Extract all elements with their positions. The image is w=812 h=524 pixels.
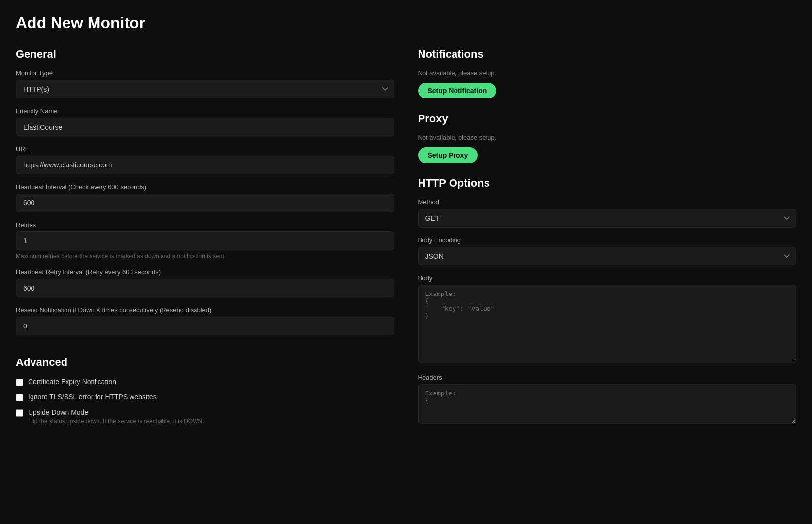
body-group: Body <box>418 274 797 365</box>
retries-hint: Maximum retries before the service is ma… <box>16 253 394 260</box>
heartbeat-interval-label: Heartbeat Interval (Check every 600 seco… <box>16 183 394 191</box>
heartbeat-retry-label: Heartbeat Retry Interval (Retry every 60… <box>16 268 394 276</box>
resend-notification-input[interactable] <box>16 317 394 335</box>
general-section: General Monitor Type HTTP(s) TCP Port Pi… <box>16 48 394 344</box>
friendly-name-input[interactable] <box>16 118 394 136</box>
heartbeat-interval-group: Heartbeat Interval (Check every 600 seco… <box>16 183 394 212</box>
retries-group: Retries Maximum retries before the servi… <box>16 221 394 260</box>
body-encoding-select[interactable]: JSON XML Form Data Text <box>418 247 797 265</box>
proxy-section: Proxy Not available, please setup. Setup… <box>418 112 797 163</box>
advanced-section-title: Advanced <box>16 356 394 369</box>
retries-label: Retries <box>16 221 394 229</box>
setup-notification-button[interactable]: Setup Notification <box>418 83 497 98</box>
body-encoding-group: Body Encoding JSON XML Form Data Text <box>418 236 797 265</box>
body-encoding-label: Body Encoding <box>418 236 797 244</box>
body-textarea[interactable] <box>418 285 797 363</box>
page-title: Add New Monitor <box>16 14 796 32</box>
certificate-expiry-checkbox[interactable] <box>16 379 23 386</box>
notifications-status: Not available, please setup. <box>418 69 797 77</box>
http-options-section: HTTP Options Method GET POST PUT PATCH D… <box>418 177 797 434</box>
method-select[interactable]: GET POST PUT PATCH DELETE HEAD OPTIONS <box>418 209 797 228</box>
general-section-title: General <box>16 48 394 61</box>
advanced-section: Advanced Certificate Expiry Notification… <box>16 356 394 431</box>
monitor-type-select[interactable]: HTTP(s) TCP Port Ping DNS Push Steam Gam… <box>16 80 394 98</box>
upside-down-checkbox[interactable] <box>16 409 23 417</box>
retries-input[interactable] <box>16 231 394 250</box>
monitor-type-group: Monitor Type HTTP(s) TCP Port Ping DNS P… <box>16 69 394 98</box>
headers-group: Headers <box>418 374 797 425</box>
certificate-expiry-label: Certificate Expiry Notification <box>28 378 116 386</box>
upside-down-label: Upside Down Mode <box>28 408 204 416</box>
friendly-name-label: Friendly Name <box>16 107 394 115</box>
upside-down-hint: Flip the status upside down. If the serv… <box>28 418 204 425</box>
body-label: Body <box>418 274 797 282</box>
heartbeat-interval-input[interactable] <box>16 194 394 212</box>
notifications-section: Notifications Not available, please setu… <box>418 48 797 98</box>
upside-down-row: Upside Down Mode Flip the status upside … <box>16 408 394 425</box>
resend-notification-group: Resend Notification if Down X times cons… <box>16 306 394 335</box>
ignore-tls-checkbox[interactable] <box>16 394 23 401</box>
resend-notification-label: Resend Notification if Down X times cons… <box>16 306 394 314</box>
headers-label: Headers <box>418 374 797 381</box>
heartbeat-retry-input[interactable] <box>16 279 394 297</box>
http-options-title: HTTP Options <box>418 177 797 190</box>
friendly-name-group: Friendly Name <box>16 107 394 136</box>
ignore-tls-row: Ignore TLS/SSL error for HTTPS websites <box>16 393 394 401</box>
notifications-section-title: Notifications <box>418 48 797 61</box>
setup-proxy-button[interactable]: Setup Proxy <box>418 147 478 163</box>
method-group: Method GET POST PUT PATCH DELETE HEAD OP… <box>418 198 797 228</box>
method-label: Method <box>418 198 797 206</box>
url-label: URL <box>16 145 394 153</box>
monitor-type-label: Monitor Type <box>16 69 394 77</box>
heartbeat-retry-group: Heartbeat Retry Interval (Retry every 60… <box>16 268 394 297</box>
url-group: URL <box>16 145 394 174</box>
ignore-tls-label: Ignore TLS/SSL error for HTTPS websites <box>28 393 157 401</box>
proxy-section-title: Proxy <box>418 112 797 125</box>
url-input[interactable] <box>16 156 394 174</box>
headers-textarea[interactable] <box>418 384 797 424</box>
certificate-expiry-row: Certificate Expiry Notification <box>16 378 394 386</box>
proxy-status: Not available, please setup. <box>418 134 797 141</box>
